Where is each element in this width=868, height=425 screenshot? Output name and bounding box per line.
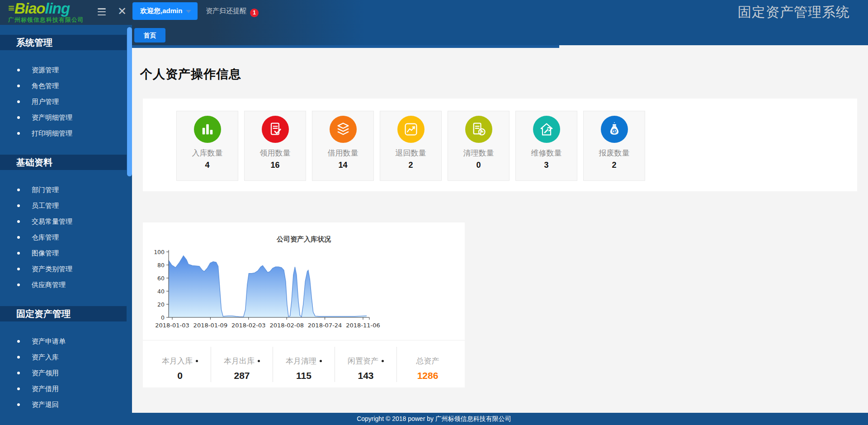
summary-card-value: 4 <box>177 161 238 170</box>
summary-cards: 入库数量4领用数量16借用数量14退回数量2清理数量0维修数量3$报废数量2 <box>176 111 645 181</box>
stat-cell: 总资产1286 <box>397 347 458 382</box>
bullet-icon <box>17 189 20 191</box>
summary-card-label: 退回数量 <box>380 148 441 158</box>
header-bar: 欢迎您,admin 资产归还提醒1 固定资产管理系统 <box>132 0 868 25</box>
stat-cell: 本月出库287 <box>211 347 273 382</box>
sidebar-item[interactable]: 资产明细管理 <box>0 109 132 125</box>
sidebar-scrollbar-thumb[interactable] <box>127 27 132 176</box>
sidebar-item[interactable]: 资产入库 <box>0 349 132 365</box>
sidebar-item[interactable]: 交易常量管理 <box>0 213 132 229</box>
sidebar-item-label: 员工管理 <box>32 202 59 209</box>
summary-card-label: 清理数量 <box>448 148 509 158</box>
summary-card[interactable]: 退回数量2 <box>380 111 442 181</box>
summary-card[interactable]: 清理数量0 <box>448 111 509 181</box>
copyright-text: Copyright © 2018 power by 广州标领信息科技有限公司 <box>357 415 511 422</box>
sidebar-item[interactable]: 资产申请单 <box>0 333 132 349</box>
company-name: 广州标领信息科技有限公司 <box>8 17 84 23</box>
bullet-icon <box>17 356 20 359</box>
svg-text:2018-11-06: 2018-11-06 <box>346 322 380 329</box>
sidebar-item-label: 图像管理 <box>32 249 59 257</box>
sidebar-item[interactable]: 图像管理 <box>0 245 132 261</box>
sidebar-item[interactable]: 仓库管理 <box>0 229 132 245</box>
dot-icon <box>196 360 198 362</box>
sidebar-item[interactable]: 打印明细管理 <box>0 125 132 141</box>
sidebar-item[interactable]: 资产退回 <box>0 397 132 412</box>
stat-label: 闲置资产 <box>335 356 396 366</box>
logo-text-rest: ling <box>45 0 70 17</box>
stat-value: 1286 <box>397 370 458 381</box>
stat-value: 287 <box>211 370 273 381</box>
reminder-label: 资产归还提醒 <box>206 7 246 14</box>
summary-card[interactable]: 借用数量14 <box>312 111 374 181</box>
svg-text:2018-02-08: 2018-02-08 <box>269 322 304 329</box>
stat-value: 0 <box>149 370 211 381</box>
summary-card-value: 14 <box>312 161 373 170</box>
summary-card[interactable]: 维修数量3 <box>515 111 577 181</box>
sidebar-item[interactable]: 资产类别管理 <box>0 261 132 277</box>
summary-card-label: 入库数量 <box>177 148 238 158</box>
svg-text:2018-01-03: 2018-01-03 <box>155 322 189 329</box>
summary-card-value: 2 <box>380 161 441 170</box>
document-clock-icon <box>465 116 492 143</box>
dot-icon <box>382 360 384 362</box>
svg-text:60: 60 <box>157 275 165 282</box>
sidebar-item[interactable]: 员工管理 <box>0 198 132 213</box>
summary-card-label: 借用数量 <box>312 148 373 158</box>
stats-row: 本月入库0本月出库287本月清理115闲置资产143总资产1286 <box>143 340 465 387</box>
sidebar-item[interactable]: 供应商管理 <box>0 277 132 293</box>
bullet-icon <box>17 204 20 207</box>
reminder-badge: 1 <box>250 9 259 17</box>
sidebar-item[interactable]: 资产借用 <box>0 381 132 397</box>
svg-text:2018-01-09: 2018-01-09 <box>193 322 228 329</box>
svg-text:2018-07-24: 2018-07-24 <box>308 322 342 329</box>
bullet-icon <box>17 268 20 270</box>
sidebar-item-label: 资产领用 <box>32 369 59 377</box>
money-bag-icon: $ <box>601 116 628 143</box>
sidebar-item-label: 资产退回 <box>32 401 59 408</box>
asset-return-reminder[interactable]: 资产归还提醒1 <box>206 7 259 17</box>
welcome-user-button[interactable]: 欢迎您,admin <box>132 2 198 20</box>
trend-chart-icon <box>397 116 425 143</box>
close-icon[interactable]: ✕ <box>118 5 127 18</box>
sidebar-section-list: 资源管理角色管理用户管理资产明细管理打印明细管理 <box>0 50 132 155</box>
sidebar-item[interactable]: 用户管理 <box>0 94 132 109</box>
summary-card[interactable]: $报废数量2 <box>583 111 645 181</box>
chart-title: 公司资产入库状况 <box>143 222 465 244</box>
main-content: 个人资产操作信息 入库数量4领用数量16借用数量14退回数量2清理数量0维修数量… <box>132 45 868 413</box>
sidebar-section-list: 部门管理员工管理交易常量管理仓库管理图像管理资产类别管理供应商管理 <box>0 170 132 306</box>
stat-cell: 本月清理115 <box>273 347 335 382</box>
summary-card-label: 领用数量 <box>245 148 306 158</box>
summary-card-value: 2 <box>584 161 645 170</box>
bullet-icon <box>17 100 20 103</box>
stat-label: 本月入库 <box>149 356 211 366</box>
sidebar-section-title: 固定资产管理 <box>0 306 127 321</box>
stat-cell: 闲置资产143 <box>335 347 397 382</box>
summary-card-label: 报废数量 <box>584 148 645 158</box>
chevron-down-icon <box>186 10 191 13</box>
bullet-icon <box>17 132 20 135</box>
asset-inbound-chart: 2018-01-032018-01-092018-02-032018-02-08… <box>150 247 448 340</box>
summary-card[interactable]: 入库数量4 <box>176 111 238 181</box>
sidebar-item[interactable]: 角色管理 <box>0 78 132 94</box>
document-check-icon <box>262 116 289 143</box>
sidebar-item-label: 供应商管理 <box>32 281 66 288</box>
sidebar-item[interactable]: 资产领用 <box>0 365 132 381</box>
bullet-icon <box>17 85 20 87</box>
logo-bars-icon: ≡ <box>8 2 14 14</box>
svg-text:2018-02-03: 2018-02-03 <box>231 322 266 329</box>
sidebar-scrollbar[interactable] <box>127 25 132 413</box>
stat-cell: 本月入库0 <box>149 347 211 382</box>
brand-block: ≡Biaoling 广州标领信息科技有限公司 ✕ <box>0 0 132 25</box>
menu-toggle-icon[interactable] <box>98 8 106 15</box>
welcome-label: 欢迎您,admin <box>140 7 182 14</box>
app-root: ≡Biaoling 广州标领信息科技有限公司 ✕ 欢迎您,admin 资产归还提… <box>0 0 868 425</box>
sidebar-item[interactable]: 资源管理 <box>0 62 132 78</box>
summary-cards-panel: 入库数量4领用数量16借用数量14退回数量2清理数量0维修数量3$报废数量2 <box>143 99 857 191</box>
summary-card[interactable]: 领用数量16 <box>244 111 306 181</box>
sidebar-item-label: 资产明细管理 <box>32 113 72 121</box>
bar-chart-icon <box>194 116 221 143</box>
sidebar-item[interactable]: 部门管理 <box>0 182 132 198</box>
footer: Copyright © 2018 power by 广州标领信息科技有限公司 <box>0 413 868 425</box>
house-wrench-icon <box>533 116 560 143</box>
tab-home[interactable]: 首页 <box>134 28 165 42</box>
